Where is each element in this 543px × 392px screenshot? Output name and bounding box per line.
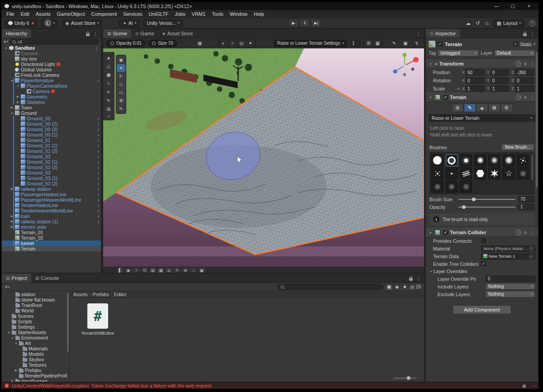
hierarchy-item-ground-01[interactable]: Ground_01› [2,137,101,143]
enable-tree-colliders-checkbox[interactable] [481,261,486,266]
menu-help[interactable]: Help [251,10,267,18]
lock-icon[interactable] [409,278,413,281]
prefab-open-chevron[interactable]: › [98,160,100,165]
brush-faint[interactable] [431,180,443,193]
layer-override-priority-field[interactable]: 0 [486,276,535,282]
foldout-arrow[interactable]: ▶ [15,100,20,104]
title-bar[interactable]: unity-sandbox - Sandbox - Windows, Mac, … [1,2,538,10]
project-folder-models[interactable]: Models [2,351,69,357]
prefab-open-chevron[interactable]: › [98,208,100,213]
move-snap-icon[interactable]: ▦ [373,40,381,47]
rotation-x-field[interactable]: 0 [466,77,485,84]
project-tree-scrollbar[interactable] [67,293,69,352]
hierarchy-item-ground-00-1[interactable]: Ground_00 (1)› [2,132,101,137]
paint-icon[interactable]: ✎ [464,104,476,112]
prefab-open-chevron[interactable]: › [98,127,100,132]
prefab-open-chevron[interactable]: › [98,149,100,154]
palette-more-icon[interactable]: ▾ [108,114,110,118]
terrain-settings-dropdown[interactable]: Raise or Lower Terrain Settings▾ [274,40,348,47]
tag-dropdown[interactable]: Untagged▾ [438,50,479,57]
menu-tools[interactable]: Tools [209,10,227,18]
foldout-arrow[interactable]: ▼ [15,85,20,88]
prefab-open-chevron[interactable]: › [98,176,100,181]
wire-ring-icon[interactable]: ◎ [238,40,246,47]
object-name-field[interactable]: Terrain [445,42,511,47]
project-folder-renderpipelineprofi[interactable]: RenderPipelineProfi [2,373,69,378]
inspector-scrollbar[interactable] [536,52,538,188]
terrain-stamp-icon[interactable]: ▣ [105,71,113,79]
grid-icon[interactable]: ▦ [157,268,164,273]
search-by-label-icon[interactable]: ◈ [395,284,399,290]
hierarchy-item-global-volume[interactable]: Global Volume [2,67,101,72]
position-z-field[interactable]: -350 [515,69,534,76]
hierarchy-item-ground-00-2[interactable]: Ground_00 (2)› [2,121,101,127]
component-menu-icon[interactable]: ⋮ [529,230,536,235]
hierarchy-item-playercameraroot[interactable]: ▼PlayerCameraRoot [2,83,101,89]
foldout-arrow[interactable]: ▼ [14,342,19,345]
ai-button[interactable]: ✦ AI ▾ [119,19,140,27]
help-icon[interactable]: ? [516,61,521,66]
asset-store-button[interactable]: ◈ Asset Store ▾ [62,19,102,27]
hierarchy-item-passengerhadesline[interactable]: PassengerHadesLine› [2,192,101,197]
new-brush-button[interactable]: New Brush... [501,144,534,151]
brush-size-pill[interactable]: Size 70 [148,40,177,47]
project-search-input[interactable] [277,284,384,290]
hierarchy-item-tunnel[interactable]: tunnel [2,241,101,246]
prefab-open-chevron[interactable]: › [98,122,100,127]
prefab-open-chevron[interactable]: › [98,78,100,83]
wand-icon[interactable]: ✎ [390,40,398,47]
create-object-button[interactable]: +▾ [4,39,8,44]
project-folder-inputsystem[interactable]: ▶InputSystem [2,378,69,382]
help-icon[interactable]: ? [516,230,521,235]
lock-icon[interactable] [86,33,90,36]
breadcrumb-assets[interactable]: Assets [73,292,88,297]
brush-ring[interactable] [446,154,458,166]
hierarchy-search-input[interactable]: All [10,39,99,44]
status-bar[interactable]: ! UnityConnectWebRequestException: Token… [1,382,538,389]
prefab-open-chevron[interactable]: › [98,170,100,175]
menu-file[interactable]: File [3,10,18,18]
terrain-paint-icon[interactable]: ✎ [105,97,113,104]
project-folder-station[interactable]: station [2,292,69,297]
brush-hex[interactable] [474,167,486,179]
hierarchy-item-electric-pole[interactable]: ▶electric pole [2,224,101,230]
details-icon[interactable]: ✿ [488,104,500,112]
hierarchy-item-camera[interactable]: Camera [2,51,101,56]
component-menu-icon[interactable]: ⋮ [529,95,536,100]
hierarchy-item-sandbox[interactable]: ▼Sandbox⋮ [2,45,101,51]
chevron-down-icon[interactable]: ▾ [533,43,535,46]
object-picker-icon[interactable] [529,254,533,259]
prefab-open-chevron[interactable]: › [98,214,100,219]
shaded-sphere-icon[interactable]: ◐ [219,40,228,47]
cursor-icon[interactable]: ▌ [117,268,124,273]
hierarchy-item-railway-station-1[interactable]: ▶railway station (1)› [2,219,101,224]
presets-icon[interactable]: ≡ [524,61,527,66]
hierarchy-item-ground-00[interactable]: Ground_00› [2,116,101,121]
prefab-open-chevron[interactable]: › [98,154,100,159]
scene-canvas[interactable]: ▲△▣≈≡✎⊞▾ ◉+↻◇▭⊕✎ [103,48,424,267]
hierarchy-item-playerarmature[interactable]: ▼PlayerArmature› [2,78,101,83]
tab-hierarchy[interactable]: Hierarchy [2,29,31,38]
camera-icon[interactable]: ▣ [401,40,410,47]
transform-component-header[interactable]: ▼ + Transform ? ≡ ⋮ [426,59,538,68]
foldout-arrow[interactable]: ▼ [428,231,433,234]
brush-fuzzy[interactable] [503,154,515,166]
project-folder-scripts[interactable]: Scripts [2,319,69,324]
menu-jobs[interactable]: Jobs [171,10,188,18]
prefab-open-chevron[interactable]: › [98,143,100,148]
hierarchy-item-ground-01-2[interactable]: Ground_01 (2)› [2,148,101,154]
opacity-slider[interactable] [458,205,515,209]
prefab-open-chevron[interactable]: › [98,181,100,186]
hierarchy-item-ground-00-3[interactable]: Ground_00 (3)› [2,127,101,132]
pan-icon[interactable]: ↔ [190,268,197,273]
rotation-y-field[interactable]: 0 [491,77,510,84]
terrain-mode-dropdown[interactable]: Raise or Lower Terrain▾ [429,114,535,122]
rotate-tool-icon[interactable]: ↻ [117,72,125,80]
progress-icon[interactable]: ◔ [533,383,535,388]
prefab-open-chevron[interactable]: › [98,203,100,208]
custom-tool-icon[interactable]: ✎ [117,105,125,113]
menu-gameobject[interactable]: GameObject [54,10,88,18]
brush-solid[interactable] [431,154,443,166]
brush-faint[interactable] [517,167,529,179]
lightning-icon[interactable]: ↯ [413,40,421,47]
